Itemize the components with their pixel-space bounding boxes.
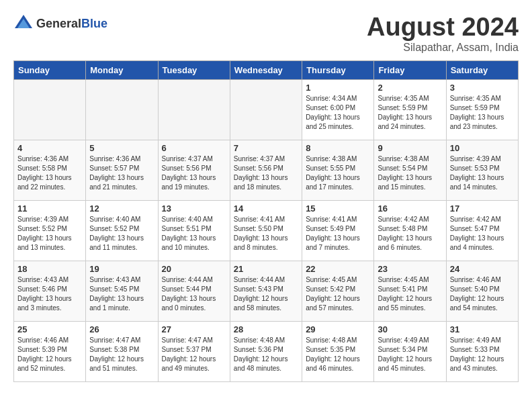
header-tuesday: Tuesday: [158, 60, 230, 79]
header-saturday: Saturday: [446, 60, 518, 79]
day-number: 7: [234, 143, 298, 153]
calendar-cell: 26Sunrise: 4:47 AMSunset: 5:38 PMDayligh…: [86, 321, 158, 381]
day-number: 9: [378, 143, 442, 153]
header-monday: Monday: [86, 60, 158, 79]
calendar-cell: 19Sunrise: 4:43 AMSunset: 5:45 PMDayligh…: [86, 261, 158, 321]
day-info: Sunrise: 4:38 AMSunset: 5:55 PMDaylight:…: [306, 154, 370, 192]
calendar-cell: 3Sunrise: 4:35 AMSunset: 5:59 PMDaylight…: [446, 79, 518, 140]
day-number: 18: [17, 264, 82, 274]
calendar-cell: [14, 79, 86, 140]
day-number: 29: [306, 324, 370, 334]
calendar-cell: 5Sunrise: 4:36 AMSunset: 5:57 PMDaylight…: [86, 140, 158, 200]
header-thursday: Thursday: [302, 60, 374, 79]
calendar-cell: 9Sunrise: 4:38 AMSunset: 5:54 PMDaylight…: [374, 140, 446, 200]
calendar-cell: 16Sunrise: 4:42 AMSunset: 5:48 PMDayligh…: [374, 200, 446, 261]
calendar-cell: 29Sunrise: 4:48 AMSunset: 5:35 PMDayligh…: [302, 321, 374, 381]
day-number: 16: [378, 203, 442, 214]
calendar-cell: 17Sunrise: 4:42 AMSunset: 5:47 PMDayligh…: [446, 200, 518, 261]
calendar-cell: 10Sunrise: 4:39 AMSunset: 5:53 PMDayligh…: [446, 140, 518, 200]
day-info: Sunrise: 4:47 AMSunset: 5:37 PMDaylight:…: [162, 336, 226, 373]
calendar-title: August 2024: [367, 13, 519, 42]
day-info: Sunrise: 4:45 AMSunset: 5:41 PMDaylight:…: [378, 275, 442, 313]
calendar-cell: 27Sunrise: 4:47 AMSunset: 5:37 PMDayligh…: [158, 321, 230, 381]
calendar-subtitle: Silapathar, Assam, India: [367, 42, 519, 54]
day-info: Sunrise: 4:42 AMSunset: 5:47 PMDaylight:…: [450, 215, 515, 253]
day-number: 31: [450, 324, 515, 334]
day-number: 4: [17, 143, 82, 153]
calendar-cell: 6Sunrise: 4:37 AMSunset: 5:56 PMDaylight…: [158, 140, 230, 200]
day-info: Sunrise: 4:34 AMSunset: 6:00 PMDaylight:…: [306, 94, 370, 132]
day-number: 24: [450, 264, 515, 274]
day-info: Sunrise: 4:37 AMSunset: 5:56 PMDaylight:…: [162, 154, 226, 192]
day-info: Sunrise: 4:46 AMSunset: 5:39 PMDaylight:…: [17, 336, 82, 373]
calendar-cell: 2Sunrise: 4:35 AMSunset: 5:59 PMDaylight…: [374, 79, 446, 140]
calendar-cell: 14Sunrise: 4:41 AMSunset: 5:50 PMDayligh…: [230, 200, 302, 261]
day-info: Sunrise: 4:43 AMSunset: 5:45 PMDaylight:…: [89, 275, 154, 313]
header-sunday: Sunday: [14, 60, 86, 79]
page-header: GeneralBlue August 2024 Silapathar, Assa…: [13, 13, 519, 54]
calendar-cell: 8Sunrise: 4:38 AMSunset: 5:55 PMDaylight…: [302, 140, 374, 200]
day-info: Sunrise: 4:39 AMSunset: 5:52 PMDaylight:…: [17, 215, 82, 253]
day-number: 25: [17, 324, 82, 334]
day-info: Sunrise: 4:41 AMSunset: 5:49 PMDaylight:…: [306, 215, 370, 253]
day-info: Sunrise: 4:42 AMSunset: 5:48 PMDaylight:…: [378, 215, 442, 253]
calendar-cell: 7Sunrise: 4:37 AMSunset: 5:56 PMDaylight…: [230, 140, 302, 200]
day-info: Sunrise: 4:40 AMSunset: 5:52 PMDaylight:…: [89, 215, 154, 253]
header-wednesday: Wednesday: [230, 60, 302, 79]
title-section: August 2024 Silapathar, Assam, India: [367, 13, 519, 54]
calendar-cell: 28Sunrise: 4:48 AMSunset: 5:36 PMDayligh…: [230, 321, 302, 381]
day-number: 14: [234, 203, 298, 214]
calendar-cell: [158, 79, 230, 140]
day-number: 12: [89, 203, 154, 214]
day-number: 21: [234, 264, 298, 274]
day-info: Sunrise: 4:35 AMSunset: 5:59 PMDaylight:…: [450, 94, 515, 132]
day-number: 28: [234, 324, 298, 334]
day-info: Sunrise: 4:44 AMSunset: 5:43 PMDaylight:…: [234, 275, 298, 313]
day-info: Sunrise: 4:45 AMSunset: 5:42 PMDaylight:…: [306, 275, 370, 313]
day-info: Sunrise: 4:36 AMSunset: 5:58 PMDaylight:…: [17, 154, 82, 192]
day-info: Sunrise: 4:36 AMSunset: 5:57 PMDaylight:…: [89, 154, 154, 192]
day-number: 13: [162, 203, 226, 214]
day-info: Sunrise: 4:46 AMSunset: 5:40 PMDaylight:…: [450, 275, 515, 313]
day-number: 6: [162, 143, 226, 153]
calendar-cell: 1Sunrise: 4:34 AMSunset: 6:00 PMDaylight…: [302, 79, 374, 140]
calendar-table: SundayMondayTuesdayWednesdayThursdayFrid…: [13, 60, 519, 382]
calendar-cell: 18Sunrise: 4:43 AMSunset: 5:46 PMDayligh…: [14, 261, 86, 321]
calendar-cell: 25Sunrise: 4:46 AMSunset: 5:39 PMDayligh…: [14, 321, 86, 381]
day-number: 23: [378, 264, 442, 274]
calendar-cell: 15Sunrise: 4:41 AMSunset: 5:49 PMDayligh…: [302, 200, 374, 261]
day-info: Sunrise: 4:40 AMSunset: 5:51 PMDaylight:…: [162, 215, 226, 253]
calendar-cell: 23Sunrise: 4:45 AMSunset: 5:41 PMDayligh…: [374, 261, 446, 321]
day-number: 3: [450, 83, 515, 93]
calendar-week-2: 4Sunrise: 4:36 AMSunset: 5:58 PMDaylight…: [14, 140, 519, 200]
day-info: Sunrise: 4:39 AMSunset: 5:53 PMDaylight:…: [450, 154, 515, 192]
day-number: 8: [306, 143, 370, 153]
calendar-cell: 21Sunrise: 4:44 AMSunset: 5:43 PMDayligh…: [230, 261, 302, 321]
day-info: Sunrise: 4:38 AMSunset: 5:54 PMDaylight:…: [378, 154, 442, 192]
calendar-cell: 22Sunrise: 4:45 AMSunset: 5:42 PMDayligh…: [302, 261, 374, 321]
calendar-cell: 12Sunrise: 4:40 AMSunset: 5:52 PMDayligh…: [86, 200, 158, 261]
calendar-cell: 31Sunrise: 4:49 AMSunset: 5:33 PMDayligh…: [446, 321, 518, 381]
day-info: Sunrise: 4:37 AMSunset: 5:56 PMDaylight:…: [234, 154, 298, 192]
calendar-cell: 11Sunrise: 4:39 AMSunset: 5:52 PMDayligh…: [14, 200, 86, 261]
day-number: 17: [450, 203, 515, 214]
calendar-cell: 4Sunrise: 4:36 AMSunset: 5:58 PMDaylight…: [14, 140, 86, 200]
calendar-cell: [230, 79, 302, 140]
day-info: Sunrise: 4:43 AMSunset: 5:46 PMDaylight:…: [17, 275, 82, 313]
calendar-week-3: 11Sunrise: 4:39 AMSunset: 5:52 PMDayligh…: [14, 200, 519, 261]
day-number: 2: [378, 83, 442, 93]
day-number: 11: [17, 203, 82, 214]
day-info: Sunrise: 4:49 AMSunset: 5:33 PMDaylight:…: [450, 336, 515, 373]
day-number: 15: [306, 203, 370, 214]
logo-general: GeneralBlue: [36, 17, 107, 30]
day-info: Sunrise: 4:47 AMSunset: 5:38 PMDaylight:…: [89, 336, 154, 373]
calendar-header-row: SundayMondayTuesdayWednesdayThursdayFrid…: [14, 60, 519, 79]
calendar-week-5: 25Sunrise: 4:46 AMSunset: 5:39 PMDayligh…: [14, 321, 519, 381]
day-number: 20: [162, 264, 226, 274]
day-number: 1: [306, 83, 370, 93]
day-number: 26: [89, 324, 154, 334]
day-info: Sunrise: 4:35 AMSunset: 5:59 PMDaylight:…: [378, 94, 442, 132]
logo: GeneralBlue: [13, 13, 107, 34]
day-number: 22: [306, 264, 370, 274]
day-number: 5: [89, 143, 154, 153]
